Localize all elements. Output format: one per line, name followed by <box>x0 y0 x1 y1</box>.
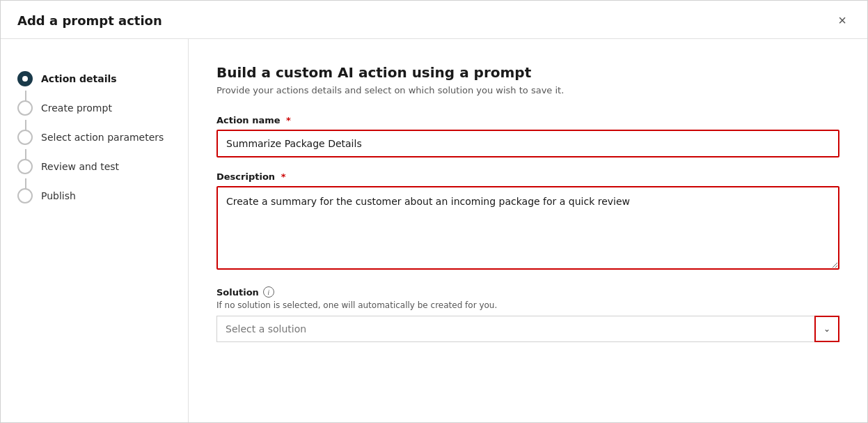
step-circle-create-prompt <box>17 100 33 116</box>
solution-label-row: Solution i <box>216 286 839 298</box>
dialog-body: Action details Create prompt Select acti… <box>1 39 867 422</box>
dialog-header: Add a prompt action × <box>1 1 867 39</box>
step-action-details[interactable]: Action details <box>17 64 188 93</box>
add-prompt-action-dialog: Add a prompt action × Action details Cre… <box>0 0 868 423</box>
dialog-title: Add a prompt action <box>17 13 162 28</box>
step-label-review-and-test: Review and test <box>41 161 119 172</box>
solution-select-wrapper: ⌄ <box>216 316 839 342</box>
solution-info-icon[interactable]: i <box>263 286 274 298</box>
step-circle-select-action-parameters <box>17 130 33 145</box>
action-name-label: Action name * <box>216 115 839 125</box>
solution-field-group: Solution i If no solution is selected, o… <box>216 286 839 342</box>
step-select-action-parameters[interactable]: Select action parameters <box>17 123 188 152</box>
description-required-star: * <box>281 171 286 182</box>
description-textarea[interactable]: Create a summary for the customer about … <box>216 186 839 270</box>
action-name-required-star: * <box>286 115 291 125</box>
description-label: Description * <box>216 171 839 182</box>
step-label-publish: Publish <box>41 190 76 201</box>
main-content-area: Build a custom AI action using a prompt … <box>189 39 867 422</box>
page-title: Build a custom AI action using a prompt <box>216 64 839 81</box>
step-publish[interactable]: Publish <box>17 181 188 210</box>
solution-select-input[interactable] <box>216 316 839 342</box>
page-subtitle: Provide your actions details and select … <box>216 85 839 95</box>
step-circle-action-details <box>17 71 33 86</box>
step-label-select-action-parameters: Select action parameters <box>41 132 164 143</box>
solution-hint: If no solution is selected, one will aut… <box>216 300 839 310</box>
action-name-field-group: Action name * <box>216 115 839 157</box>
step-label-create-prompt: Create prompt <box>41 102 112 114</box>
step-label-action-details: Action details <box>41 73 117 84</box>
step-circle-review-and-test <box>17 159 33 174</box>
step-circle-publish <box>17 188 33 203</box>
step-review-and-test[interactable]: Review and test <box>17 152 188 181</box>
steps-sidebar: Action details Create prompt Select acti… <box>1 39 189 422</box>
action-name-input[interactable] <box>216 130 839 157</box>
step-create-prompt[interactable]: Create prompt <box>17 93 188 123</box>
description-field-group: Description * Create a summary for the c… <box>216 171 839 272</box>
close-button[interactable]: × <box>834 12 851 29</box>
solution-label: Solution <box>216 287 259 298</box>
